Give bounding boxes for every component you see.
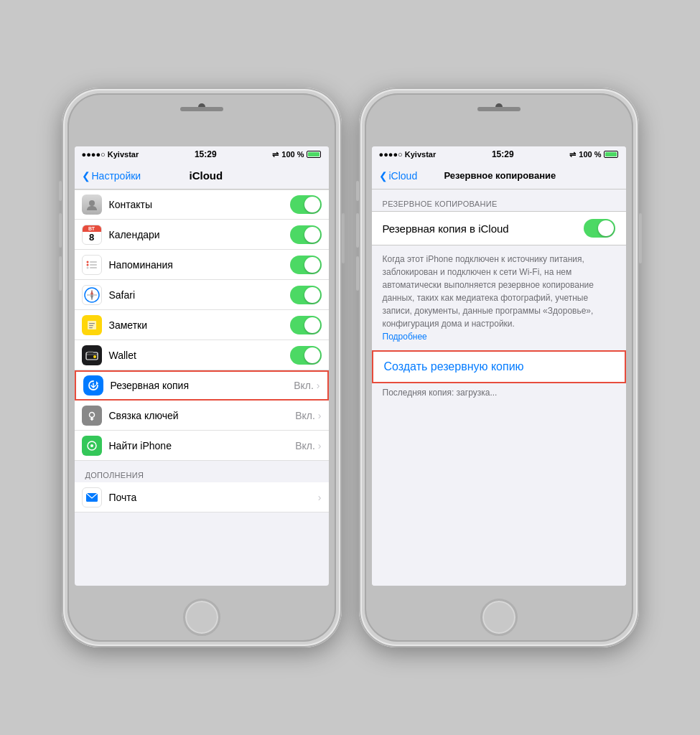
- svg-point-25: [90, 444, 93, 447]
- svg-point-3: [86, 263, 88, 266]
- nav-bar-right: ❮ iCloud Резервное копирование: [372, 162, 626, 189]
- speaker-grille: [180, 107, 223, 111]
- power-button-right[interactable]: [639, 213, 642, 263]
- list-item-calendar[interactable]: ВТ 8 Календари: [75, 220, 329, 250]
- list-item-notes[interactable]: Заметки: [75, 310, 329, 340]
- mute-button[interactable]: [59, 181, 62, 201]
- speaker-grille-right: [477, 107, 521, 111]
- carrier-right: ●●●●○ Kyivstar: [379, 150, 437, 159]
- findphone-icon: [82, 436, 102, 456]
- settings-list-left: Контакты ВТ 8 Календари: [75, 189, 329, 512]
- battery-left: ⇌ 100 %: [272, 150, 321, 159]
- calendar-icon: ВТ 8: [82, 225, 102, 245]
- svg-rect-6: [90, 267, 97, 268]
- status-bar-left: ●●●●○ Kyivstar 15:29 ⇌ 100 %: [75, 146, 329, 162]
- list-item-backup[interactable]: Резервная копия Вкл. ›: [75, 370, 329, 401]
- notes-icon: [82, 315, 102, 335]
- battery-fill-right: [605, 152, 617, 156]
- volume-up-button[interactable]: [59, 213, 62, 248]
- backup-icon: [83, 375, 103, 395]
- battery-body-right: [604, 151, 618, 158]
- list-item-findphone[interactable]: Найти iPhone Вкл. ›: [75, 431, 329, 461]
- right-screen: ●●●●○ Kyivstar 15:29 ⇌ 100 % ❮ iCloud Ре…: [372, 146, 626, 586]
- power-button[interactable]: [342, 213, 345, 263]
- wallet-icon: [82, 345, 102, 365]
- reminders-toggle[interactable]: [290, 256, 322, 274]
- wifi-icon-right: ⇌: [569, 150, 576, 159]
- reminders-icon: [82, 255, 102, 275]
- battery-body-left: [307, 151, 321, 158]
- backup-description: Когда этот iPhone подключен к источнику …: [372, 245, 626, 350]
- wallet-toggle[interactable]: [290, 346, 322, 365]
- battery-pct-right: 100 %: [579, 150, 601, 159]
- mute-button-right[interactable]: [356, 181, 359, 201]
- left-screen: ●●●●○ Kyivstar 15:29 ⇌ 100 % ❮ Настройки…: [75, 146, 329, 586]
- svg-rect-13: [89, 323, 95, 324]
- nav-title-left: iCloud: [141, 169, 271, 182]
- findphone-chevron-icon: ›: [318, 440, 322, 451]
- battery-fill-left: [308, 152, 319, 156]
- backup-description-text: Когда этот iPhone подключен к источнику …: [383, 254, 594, 329]
- contacts-toggle[interactable]: [290, 195, 322, 214]
- back-button-left[interactable]: ❮ Настройки: [82, 170, 141, 182]
- volume-down-button[interactable]: [59, 256, 62, 291]
- list-item-contacts[interactable]: Контакты: [75, 189, 329, 220]
- create-backup-section: Создать резервную копию: [372, 350, 626, 383]
- backup-learn-more-link[interactable]: Подробнее: [383, 332, 427, 342]
- notes-toggle[interactable]: [290, 316, 322, 334]
- svg-rect-17: [86, 354, 98, 355]
- calendar-toggle[interactable]: [290, 225, 322, 244]
- keychain-value: Вкл.: [295, 410, 315, 421]
- backup-value: Вкл.: [294, 380, 314, 391]
- backup-chevron-icon: ›: [317, 380, 320, 391]
- list-item-safari[interactable]: Safari: [75, 280, 329, 310]
- backup-toggle-row: Резервная копия в iCloud: [372, 212, 626, 245]
- svg-point-1: [86, 261, 88, 263]
- keychain-icon: [82, 406, 102, 426]
- iphone-right: ●●●●○ Kyivstar 15:29 ⇌ 100 % ❮ iCloud Ре…: [359, 88, 639, 647]
- iphone-left: ●●●●○ Kyivstar 15:29 ⇌ 100 % ❮ Настройки…: [62, 88, 342, 647]
- time-right: 15:29: [492, 149, 514, 159]
- chevron-left-icon-right: ❮: [379, 170, 388, 182]
- battery-right: ⇌ 100 %: [569, 150, 618, 159]
- back-button-right[interactable]: ❮ iCloud: [379, 170, 418, 182]
- safari-toggle[interactable]: [290, 286, 322, 304]
- list-item-keychain[interactable]: Связка ключей Вкл. ›: [75, 401, 329, 431]
- svg-marker-20: [96, 381, 98, 385]
- battery-pct-left: 100 %: [281, 150, 304, 159]
- notes-label: Заметки: [109, 319, 290, 331]
- create-backup-button[interactable]: Создать резервную копию: [373, 352, 625, 382]
- calendar-label: Календари: [109, 229, 290, 240]
- icloud-backup-toggle[interactable]: [584, 219, 615, 238]
- backup-toggle-label: Резервная копия в iCloud: [383, 223, 509, 235]
- svg-point-5: [86, 266, 88, 268]
- backup-toggle-section: Резервная копия в iCloud: [372, 211, 626, 245]
- volume-up-button-right[interactable]: [356, 213, 359, 248]
- list-item-reminders[interactable]: Напоминания: [75, 250, 329, 280]
- svg-rect-14: [89, 325, 93, 326]
- keychain-label: Связка ключей: [109, 410, 296, 421]
- svg-rect-23: [90, 418, 93, 420]
- svg-point-0: [89, 200, 95, 206]
- mail-label: Почта: [109, 492, 318, 503]
- volume-down-button-right[interactable]: [356, 256, 359, 291]
- section-dopoln: ДОПОЛНЕНИЯ: [75, 461, 329, 482]
- back-label-right: iCloud: [389, 170, 418, 182]
- safari-label: Safari: [109, 289, 290, 301]
- phones-container: ●●●●○ Kyivstar 15:29 ⇌ 100 % ❮ Настройки…: [62, 88, 639, 647]
- safari-icon: [82, 285, 102, 305]
- chevron-left-icon: ❮: [82, 170, 90, 182]
- keychain-chevron-icon: ›: [318, 410, 322, 421]
- backup-content: РЕЗЕРВНОЕ КОПИРОВАНИЕ Резервная копия в …: [372, 189, 626, 586]
- mail-chevron-icon: ›: [318, 492, 322, 503]
- findphone-value: Вкл.: [295, 440, 315, 451]
- nav-bar-left: ❮ Настройки iCloud: [75, 162, 329, 189]
- reminders-label: Напоминания: [109, 259, 290, 271]
- list-item-wallet[interactable]: Wallet: [75, 340, 329, 370]
- mail-icon: [82, 487, 102, 507]
- list-item-mail[interactable]: Почта ›: [75, 482, 329, 512]
- svg-rect-4: [90, 264, 97, 266]
- contacts-icon: [82, 195, 102, 215]
- home-button-right[interactable]: [480, 599, 518, 636]
- home-button[interactable]: [183, 599, 220, 636]
